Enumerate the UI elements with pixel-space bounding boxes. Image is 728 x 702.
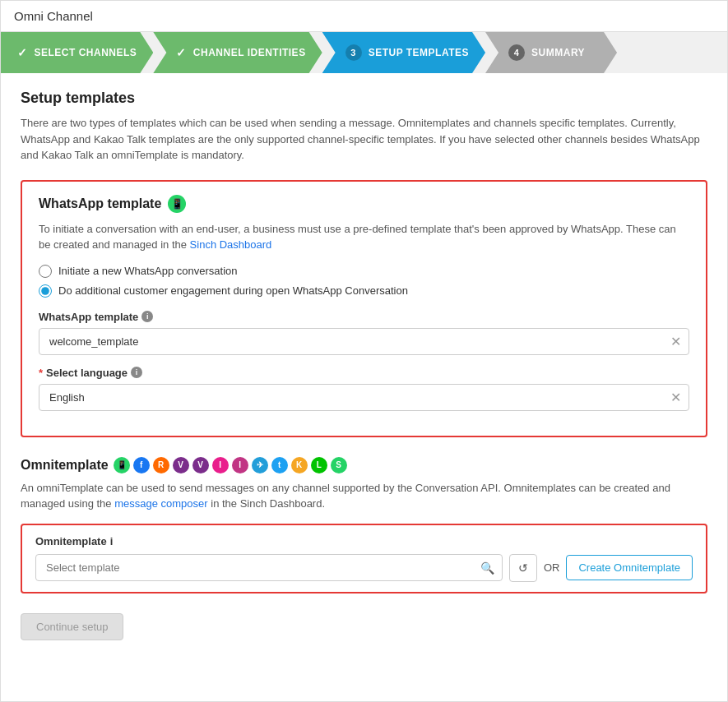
omnitemplate-title-text: Omnitemplate [21, 458, 109, 473]
channel-icon-viber2: V [192, 457, 209, 473]
step-number-3: 3 [345, 44, 362, 61]
channel-icon-kakao: K [291, 457, 308, 473]
radio-initiate-label: Initiate a new WhatsApp conversation [58, 265, 238, 277]
whatsapp-template-input-wrapper: ✕ [39, 328, 689, 355]
channel-icon-viber: V [173, 457, 189, 473]
whatsapp-template-label-text: WhatsApp template [39, 311, 138, 323]
whatsapp-description: To initiate a conversation with an end-u… [39, 221, 689, 253]
omni-desc-text2: in the Sinch Dashboard. [211, 497, 325, 510]
step-label-4: SUMMARY [531, 47, 585, 58]
template-info-icon[interactable]: i [141, 311, 153, 322]
omnitemplate-input-row: 🔍 ↺ OR Create Omnitemplate [35, 554, 693, 582]
create-omnitemplate-button[interactable]: Create Omnitemplate [566, 555, 693, 580]
main-content: Setup templates There are two types of t… [1, 73, 727, 657]
omnitemplate-section: Omnitemplate 📱 f R V V I I ✈ t K L S [21, 457, 707, 593]
radio-additional-label: Do additional customer engagement during… [58, 284, 408, 297]
radio-additional[interactable] [39, 284, 52, 298]
channel-icon-messenger: f [133, 457, 150, 473]
channel-icon-rcs: R [153, 457, 169, 473]
required-asterisk: * [39, 367, 43, 379]
whatsapp-icon: 📱 [168, 195, 186, 213]
channel-icon-instagram: I [212, 457, 229, 473]
channel-icon-instagram2: I [232, 457, 248, 473]
channel-icons-row: 📱 f R V V I I ✈ t K L S [114, 457, 347, 473]
footer: Continue setup [21, 613, 707, 640]
channel-icon-line: L [311, 457, 327, 473]
omnitemplate-label-text: Omnitemplate [35, 535, 107, 547]
app-header: Omni Channel [1, 1, 727, 32]
step-select-channels[interactable]: ✓ SELECT CHANNELS [1, 32, 153, 73]
whatsapp-section-title: WhatsApp template 📱 [39, 195, 689, 213]
whatsapp-template-input[interactable] [39, 328, 689, 355]
whatsapp-section: WhatsApp template 📱 To initiate a conver… [21, 180, 707, 437]
or-label: OR [544, 561, 560, 574]
omnitemplate-title: Omnitemplate 📱 f R V V I I ✈ t K L S [21, 457, 707, 473]
sinch-dashboard-link[interactable]: Sinch Dashboard [190, 238, 272, 251]
channel-icon-telegram: ✈ [252, 457, 268, 473]
radio-initiate[interactable] [39, 265, 52, 278]
whatsapp-title-text: WhatsApp template [39, 196, 161, 211]
omnitemplate-field-label: Omnitemplate i [35, 535, 693, 547]
omnitemplate-box: Omnitemplate i 🔍 ↺ OR Create Omnitemplat… [21, 524, 707, 593]
radio-option-initiate[interactable]: Initiate a new WhatsApp conversation [39, 265, 689, 278]
language-input[interactable] [39, 384, 689, 411]
omnitemplate-info-icon[interactable]: i [110, 535, 114, 547]
step-channel-identities[interactable]: ✓ CHANNEL IDENTITIES [153, 32, 322, 73]
omnitemplate-input[interactable] [35, 554, 503, 581]
radio-option-additional[interactable]: Do additional customer engagement during… [39, 284, 689, 298]
channel-icon-twitter: t [271, 457, 288, 473]
omnitemplate-description: An omniTemplate can be used to send mess… [21, 480, 707, 512]
language-input-wrapper: ✕ [39, 384, 689, 411]
language-label-text: Select language [46, 367, 128, 379]
refresh-button[interactable]: ↺ [509, 554, 537, 582]
language-clear-icon[interactable]: ✕ [670, 390, 681, 405]
check-icon-1: ✓ [17, 46, 28, 59]
message-composer-link[interactable]: message composer [114, 497, 207, 510]
step-label-2: CHANNEL IDENTITIES [193, 47, 306, 58]
page-title: Setup templates [21, 90, 707, 107]
omnitemplate-input-wrapper: 🔍 [35, 554, 503, 581]
step-number-4: 4 [508, 44, 525, 61]
channel-icon-whatsapp: 📱 [114, 457, 130, 473]
language-info-icon[interactable]: i [131, 367, 142, 378]
whatsapp-template-label: WhatsApp template i [39, 311, 689, 323]
step-label-1: SELECT CHANNELS [35, 47, 137, 58]
step-summary[interactable]: 4 SUMMARY [485, 32, 617, 73]
app-title: Omni Channel [14, 9, 93, 23]
whatsapp-template-field: WhatsApp template i ✕ [39, 311, 689, 355]
page-description: There are two types of templates which c… [21, 115, 707, 164]
continue-setup-button[interactable]: Continue setup [21, 613, 123, 640]
template-clear-icon[interactable]: ✕ [670, 334, 681, 349]
channel-icon-sms: S [331, 457, 347, 473]
search-icon: 🔍 [480, 561, 494, 575]
check-icon-2: ✓ [176, 46, 187, 59]
stepper: ✓ SELECT CHANNELS ✓ CHANNEL IDENTITIES 3… [1, 32, 727, 73]
language-field: * Select language i ✕ [39, 367, 689, 411]
app-container: Omni Channel ✓ SELECT CHANNELS ✓ CHANNEL… [0, 0, 728, 702]
step-setup-templates[interactable]: 3 SETUP TEMPLATES [322, 32, 485, 73]
whatsapp-desc-text: To initiate a conversation with an end-u… [39, 223, 676, 252]
step-label-3: SETUP TEMPLATES [369, 47, 469, 58]
radio-group: Initiate a new WhatsApp conversation Do … [39, 265, 689, 298]
language-label: * Select language i [39, 367, 689, 379]
